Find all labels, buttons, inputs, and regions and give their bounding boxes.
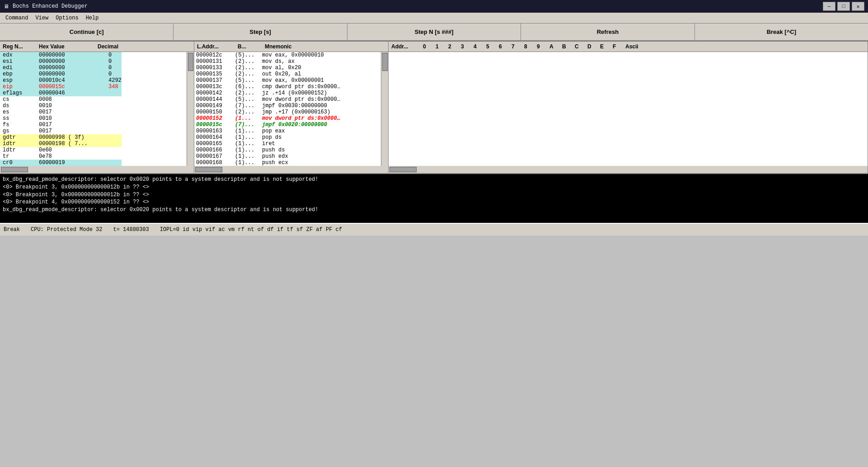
mem-9-header: 9 xyxy=(534,42,547,51)
console-line: <0> Breakpoint 4, 0x0000000000000152 in … xyxy=(3,198,865,206)
disasm-mnem-cell: jmp .+17 (0x00000163) xyxy=(262,109,340,115)
reg-hex-cell: 0010 xyxy=(36,103,108,109)
disasm-bytes-cell: (1)... xyxy=(235,160,262,166)
console-area[interactable]: bx_dbg_read_pmode_descriptor: selector 0… xyxy=(0,173,868,223)
maximize-button[interactable]: □ xyxy=(837,2,850,11)
menu-help[interactable]: Help xyxy=(82,14,103,22)
registers-vscroll[interactable] xyxy=(187,52,194,166)
disasm-table-wrap[interactable]: 0000012c(5)...mov eax, 0x000000100000013… xyxy=(194,52,381,166)
reg-name-cell: edx xyxy=(0,52,36,58)
step-n-button[interactable]: Step N [s ###] xyxy=(347,24,521,41)
mem-A-header: A xyxy=(547,42,559,51)
disasm-mnem-cell: mov dword ptr ds:0x0000… xyxy=(262,115,340,122)
reg-name-cell: eip xyxy=(0,84,36,90)
disasm-bytes-cell: (7)... xyxy=(235,122,262,128)
disasm-addr-cell: 0000013c xyxy=(194,84,235,90)
disasm-bytes-cell: (2)... xyxy=(235,58,262,65)
disasm-mnem-cell: mov al, 0x20 xyxy=(262,65,340,71)
memory-content[interactable] xyxy=(389,52,868,166)
mem-addr-header: Addr... xyxy=(389,42,420,51)
disasm-mnem-header: Mnemonic xyxy=(262,42,294,51)
mem-2-header: 2 xyxy=(446,42,458,51)
disasm-addr-cell: 00000163 xyxy=(194,128,235,134)
reg-dec-header: Decimal xyxy=(95,42,121,51)
disasm-mnem-cell: jz .+14 (0x00000152) xyxy=(262,90,340,96)
disasm-panel: L.Addr... B... Mnemonic 0000012c(5)...mo… xyxy=(194,42,389,173)
disasm-vscroll[interactable] xyxy=(381,52,388,166)
disasm-mnem-cell: mov ds, ax xyxy=(262,58,340,65)
disasm-addr-cell: 00000142 xyxy=(194,90,235,96)
disasm-mnem-cell: out 0x20, al xyxy=(262,71,340,77)
disasm-addr-cell: 00000150 xyxy=(194,109,235,115)
console-line: <0> Breakpoint 3, 0x000000000000012b in … xyxy=(3,191,865,199)
continue-button[interactable]: Continue [c] xyxy=(0,24,174,41)
minimize-button[interactable]: — xyxy=(823,2,835,11)
disasm-addr-cell: 00000144 xyxy=(194,96,235,103)
reg-hex-cell: 0008 xyxy=(36,96,108,103)
disasm-addr-cell: 0000015c xyxy=(194,122,235,128)
disasm-bytes-cell: (5)... xyxy=(235,96,262,103)
reg-dec-cell xyxy=(108,96,122,103)
reg-name-cell: cr0 xyxy=(0,160,36,166)
registers-hscroll[interactable] xyxy=(0,166,194,173)
reg-dec-cell xyxy=(108,134,122,141)
menu-command[interactable]: Command xyxy=(2,14,32,22)
reg-dec-cell xyxy=(108,115,122,122)
disasm-addr-cell: 00000166 xyxy=(194,147,235,153)
mem-8-header: 8 xyxy=(521,42,534,51)
disasm-bytes-cell: (5)... xyxy=(235,52,262,58)
reg-hex-cell: 0e78 xyxy=(36,153,108,160)
memory-hscroll[interactable] xyxy=(389,166,868,173)
mem-F-header: F xyxy=(610,42,623,51)
reg-hex-cell: 00000000 xyxy=(36,65,108,71)
registers-table-wrap[interactable]: edx000000000esi000000000edi000000000ebp0… xyxy=(0,52,187,166)
reg-hex-cell: 000010c4 xyxy=(36,77,108,84)
app-title: Bochs Enhanced Debugger xyxy=(13,3,88,9)
disasm-header: L.Addr... B... Mnemonic xyxy=(194,42,388,52)
disasm-addr-cell: 0000012c xyxy=(194,52,235,58)
reg-hex-cell: 00000000 xyxy=(36,58,108,65)
menu-options[interactable]: Options xyxy=(52,14,82,22)
disasm-mnem-cell: mov eax, 0x00000010 xyxy=(262,52,340,58)
app-icon: 🖥 xyxy=(4,3,9,10)
disasm-mnem-cell: mov eax, 0x00000001 xyxy=(262,77,340,84)
registers-header: Reg N... Hex Value Decimal xyxy=(0,42,194,52)
disasm-bytes-cell: (1)... xyxy=(235,134,262,141)
menu-view[interactable]: View xyxy=(32,14,52,22)
registers-panel: Reg N... Hex Value Decimal edx000000000e… xyxy=(0,42,194,173)
mem-0-header: 0 xyxy=(420,42,433,51)
disasm-bytes-cell: (2)... xyxy=(235,109,262,115)
disasm-bytes-cell: (2)... xyxy=(235,71,262,77)
disasm-bytes-cell: (7)... xyxy=(235,103,262,109)
close-button[interactable]: ✕ xyxy=(852,2,864,11)
reg-name-cell: cs xyxy=(0,96,36,103)
memory-header: Addr... 0 1 2 3 4 5 6 7 8 9 A B C D E F … xyxy=(389,42,868,52)
disasm-bytes-cell: (1)... xyxy=(235,141,262,147)
reg-dec-cell: 0 xyxy=(108,65,122,71)
break-button[interactable]: Break [^C] xyxy=(695,24,868,41)
mem-B-header: B xyxy=(559,42,572,51)
disasm-hscroll[interactable] xyxy=(194,166,388,173)
disasm-addr-cell: 00000149 xyxy=(194,103,235,109)
mem-ascii-header: Ascii xyxy=(623,42,641,51)
reg-hex-cell: 0017 xyxy=(36,122,108,128)
mem-6-header: 6 xyxy=(496,42,509,51)
disasm-mnem-cell: push ds xyxy=(262,147,340,153)
step-button[interactable]: Step [s] xyxy=(174,24,347,41)
registers-content: edx000000000esi000000000edi000000000ebp0… xyxy=(0,52,194,166)
reg-name-cell: ldtr xyxy=(0,147,36,153)
reg-dec-cell: 0 xyxy=(108,58,122,65)
reg-hex-cell: 0017 xyxy=(36,128,108,134)
reg-name-cell: idtr xyxy=(0,141,36,147)
reg-dec-cell xyxy=(108,128,122,134)
registers-table: edx000000000esi000000000edi000000000ebp0… xyxy=(0,52,122,166)
reg-name-cell: eflags xyxy=(0,90,36,96)
mem-C-header: C xyxy=(572,42,585,51)
refresh-button[interactable]: Refresh xyxy=(521,24,694,41)
reg-dec-cell xyxy=(108,147,122,153)
reg-hex-cell: 00000000 xyxy=(36,52,108,58)
status-flags: IOPL=0 id vip vif ac vm rf nt of df if t… xyxy=(160,226,342,233)
mem-4-header: 4 xyxy=(471,42,483,51)
mem-3-header: 3 xyxy=(458,42,471,51)
disasm-addr-cell: 00000167 xyxy=(194,153,235,160)
